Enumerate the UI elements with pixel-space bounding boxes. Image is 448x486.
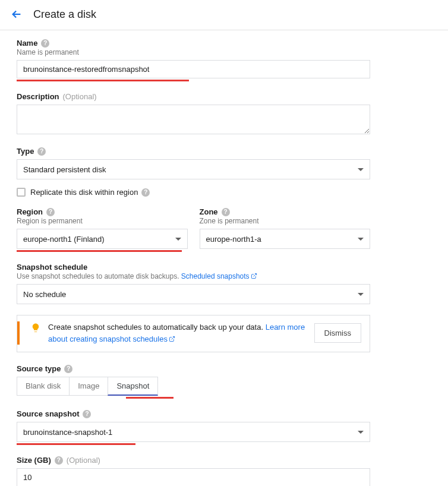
help-icon[interactable]: ? bbox=[41, 39, 49, 48]
external-link-icon bbox=[251, 273, 257, 279]
info-banner: Create snapshot schedules to automatical… bbox=[17, 315, 370, 352]
size-label: Size (GB) ? (Optional) bbox=[17, 456, 399, 465]
chevron-down-icon bbox=[358, 238, 364, 241]
region-label: Region ? bbox=[17, 207, 188, 216]
svg-line-0 bbox=[253, 273, 256, 276]
size-input[interactable] bbox=[17, 468, 370, 486]
zone-hint: Zone is permanent bbox=[200, 217, 371, 225]
dismiss-button[interactable]: Dismiss bbox=[314, 323, 362, 343]
name-input[interactable] bbox=[17, 60, 370, 78]
help-icon[interactable]: ? bbox=[222, 208, 230, 216]
external-link-icon bbox=[169, 336, 175, 342]
snapshot-schedule-hint: Use snapshot schedules to automate disk … bbox=[17, 272, 399, 280]
description-textarea[interactable] bbox=[17, 105, 370, 134]
source-snapshot-select[interactable]: brunoinstance-snapshot-1 bbox=[17, 422, 370, 442]
name-label: Name ? bbox=[17, 39, 399, 48]
annotation-underline bbox=[17, 80, 189, 81]
source-type-tabs: Blank disk Image Snapshot bbox=[17, 377, 399, 396]
info-stripe bbox=[17, 321, 20, 345]
zone-label: Zone ? bbox=[200, 207, 371, 216]
chevron-down-icon bbox=[175, 238, 181, 241]
type-label: Type ? bbox=[17, 147, 399, 156]
replicate-label: Replicate this disk within region ? bbox=[30, 188, 150, 197]
chevron-down-icon bbox=[358, 293, 364, 296]
help-icon[interactable]: ? bbox=[64, 365, 72, 373]
page-title: Create a disk bbox=[33, 8, 96, 21]
svg-line-1 bbox=[172, 336, 175, 339]
chevron-down-icon bbox=[358, 431, 364, 434]
type-select[interactable]: Standard persistent disk bbox=[17, 159, 370, 179]
source-type-label: Source type ? bbox=[17, 364, 399, 373]
info-banner-text: Create snapshot schedules to automatical… bbox=[48, 321, 307, 345]
snapshot-schedule-select[interactable]: No schedule bbox=[17, 284, 370, 304]
replicate-checkbox[interactable] bbox=[17, 188, 26, 197]
scheduled-snapshots-link[interactable]: Scheduled snapshots bbox=[181, 272, 257, 280]
tab-snapshot[interactable]: Snapshot bbox=[108, 377, 158, 396]
tab-blank-disk[interactable]: Blank disk bbox=[17, 377, 70, 396]
tab-image[interactable]: Image bbox=[69, 377, 108, 396]
help-icon[interactable]: ? bbox=[46, 208, 55, 216]
annotation-underline bbox=[126, 397, 173, 399]
name-hint: Name is permanent bbox=[17, 48, 399, 56]
source-snapshot-label: Source snapshot ? bbox=[17, 409, 399, 418]
zone-select[interactable]: europe-north1-a bbox=[200, 229, 371, 249]
help-icon[interactable]: ? bbox=[141, 188, 150, 197]
help-icon[interactable]: ? bbox=[37, 147, 46, 156]
back-arrow-icon[interactable] bbox=[6, 7, 27, 21]
description-label: Description (Optional) bbox=[17, 92, 399, 101]
annotation-underline bbox=[17, 250, 182, 252]
annotation-underline bbox=[17, 443, 135, 445]
lightbulb-icon bbox=[30, 323, 41, 333]
region-select[interactable]: europe-north1 (Finland) bbox=[17, 229, 188, 249]
help-icon[interactable]: ? bbox=[55, 456, 63, 465]
region-hint: Region is permanent bbox=[17, 217, 188, 225]
chevron-down-icon bbox=[358, 168, 364, 171]
help-icon[interactable]: ? bbox=[83, 410, 91, 418]
snapshot-schedule-label: Snapshot schedule bbox=[17, 263, 399, 272]
